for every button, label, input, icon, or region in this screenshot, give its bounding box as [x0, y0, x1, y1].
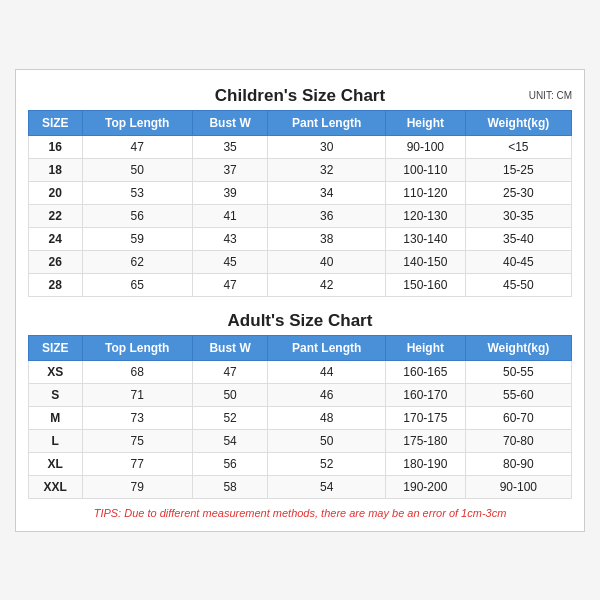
- adult-header-row: SIZE Top Length Bust W Pant Length Heigh…: [29, 335, 572, 360]
- col-height: Height: [386, 110, 466, 135]
- table-cell: 62: [82, 250, 192, 273]
- table-cell: 30: [268, 135, 386, 158]
- table-cell: XL: [29, 452, 83, 475]
- table-cell: 190-200: [386, 475, 466, 498]
- table-cell: 28: [29, 273, 83, 296]
- adult-col-pant-length: Pant Length: [268, 335, 386, 360]
- table-cell: S: [29, 383, 83, 406]
- table-row: 22564136120-13030-35: [29, 204, 572, 227]
- table-row: M735248170-17560-70: [29, 406, 572, 429]
- tips-text: TIPS: Due to different measurement metho…: [28, 507, 572, 519]
- adult-body: XS684744160-16550-55S715046160-17055-60M…: [29, 360, 572, 498]
- table-cell: 38: [268, 227, 386, 250]
- table-cell: 170-175: [386, 406, 466, 429]
- table-cell: 52: [192, 406, 268, 429]
- table-cell: 73: [82, 406, 192, 429]
- table-cell: 30-35: [465, 204, 571, 227]
- table-cell: 52: [268, 452, 386, 475]
- table-cell: 120-130: [386, 204, 466, 227]
- table-cell: 43: [192, 227, 268, 250]
- table-cell: 79: [82, 475, 192, 498]
- adult-col-weight: Weight(kg): [465, 335, 571, 360]
- table-cell: 55-60: [465, 383, 571, 406]
- table-cell: 25-30: [465, 181, 571, 204]
- table-cell: 37: [192, 158, 268, 181]
- table-cell: 50: [82, 158, 192, 181]
- table-cell: 59: [82, 227, 192, 250]
- table-row: 18503732100-11015-25: [29, 158, 572, 181]
- table-cell: 90-100: [465, 475, 571, 498]
- table-cell: XXL: [29, 475, 83, 498]
- table-cell: 54: [192, 429, 268, 452]
- children-title: Children's Size Chart UNIT: CM: [28, 80, 572, 110]
- table-row: XXL795854190-20090-100: [29, 475, 572, 498]
- children-table: SIZE Top Length Bust W Pant Length Heigh…: [28, 110, 572, 297]
- adult-col-height: Height: [386, 335, 466, 360]
- table-cell: 180-190: [386, 452, 466, 475]
- table-cell: 35: [192, 135, 268, 158]
- table-row: S715046160-17055-60: [29, 383, 572, 406]
- col-bust-w: Bust W: [192, 110, 268, 135]
- table-cell: 140-150: [386, 250, 466, 273]
- col-top-length: Top Length: [82, 110, 192, 135]
- table-cell: M: [29, 406, 83, 429]
- table-cell: 50-55: [465, 360, 571, 383]
- adult-title: Adult's Size Chart: [28, 305, 572, 335]
- table-cell: 50: [192, 383, 268, 406]
- table-cell: 50: [268, 429, 386, 452]
- table-cell: 42: [268, 273, 386, 296]
- table-cell: 47: [192, 273, 268, 296]
- table-cell: 110-120: [386, 181, 466, 204]
- table-cell: 16: [29, 135, 83, 158]
- table-cell: <15: [465, 135, 571, 158]
- table-cell: 160-165: [386, 360, 466, 383]
- col-size: SIZE: [29, 110, 83, 135]
- table-cell: 160-170: [386, 383, 466, 406]
- table-cell: 53: [82, 181, 192, 204]
- table-cell: 22: [29, 204, 83, 227]
- table-row: 1647353090-100<15: [29, 135, 572, 158]
- adult-col-top-length: Top Length: [82, 335, 192, 360]
- col-weight: Weight(kg): [465, 110, 571, 135]
- table-cell: 46: [268, 383, 386, 406]
- table-cell: 34: [268, 181, 386, 204]
- table-cell: 44: [268, 360, 386, 383]
- children-body: 1647353090-100<1518503732100-11015-25205…: [29, 135, 572, 296]
- table-cell: 41: [192, 204, 268, 227]
- table-cell: 54: [268, 475, 386, 498]
- table-row: XS684744160-16550-55: [29, 360, 572, 383]
- table-cell: 20: [29, 181, 83, 204]
- table-cell: 18: [29, 158, 83, 181]
- table-cell: 48: [268, 406, 386, 429]
- table-cell: 56: [82, 204, 192, 227]
- table-cell: 90-100: [386, 135, 466, 158]
- table-cell: 39: [192, 181, 268, 204]
- table-cell: 175-180: [386, 429, 466, 452]
- table-cell: XS: [29, 360, 83, 383]
- table-cell: 65: [82, 273, 192, 296]
- table-row: L755450175-18070-80: [29, 429, 572, 452]
- table-cell: L: [29, 429, 83, 452]
- table-row: XL775652180-19080-90: [29, 452, 572, 475]
- table-cell: 56: [192, 452, 268, 475]
- children-header-row: SIZE Top Length Bust W Pant Length Heigh…: [29, 110, 572, 135]
- table-cell: 24: [29, 227, 83, 250]
- table-cell: 71: [82, 383, 192, 406]
- table-cell: 32: [268, 158, 386, 181]
- table-cell: 47: [82, 135, 192, 158]
- chart-container: Children's Size Chart UNIT: CM SIZE Top …: [15, 69, 585, 532]
- table-row: 20533934110-12025-30: [29, 181, 572, 204]
- table-cell: 26: [29, 250, 83, 273]
- table-row: 28654742150-16045-50: [29, 273, 572, 296]
- table-cell: 36: [268, 204, 386, 227]
- table-cell: 100-110: [386, 158, 466, 181]
- table-cell: 68: [82, 360, 192, 383]
- table-cell: 150-160: [386, 273, 466, 296]
- adult-col-size: SIZE: [29, 335, 83, 360]
- table-cell: 15-25: [465, 158, 571, 181]
- adult-table: SIZE Top Length Bust W Pant Length Heigh…: [28, 335, 572, 499]
- adult-col-bust-w: Bust W: [192, 335, 268, 360]
- col-pant-length: Pant Length: [268, 110, 386, 135]
- table-cell: 35-40: [465, 227, 571, 250]
- table-cell: 70-80: [465, 429, 571, 452]
